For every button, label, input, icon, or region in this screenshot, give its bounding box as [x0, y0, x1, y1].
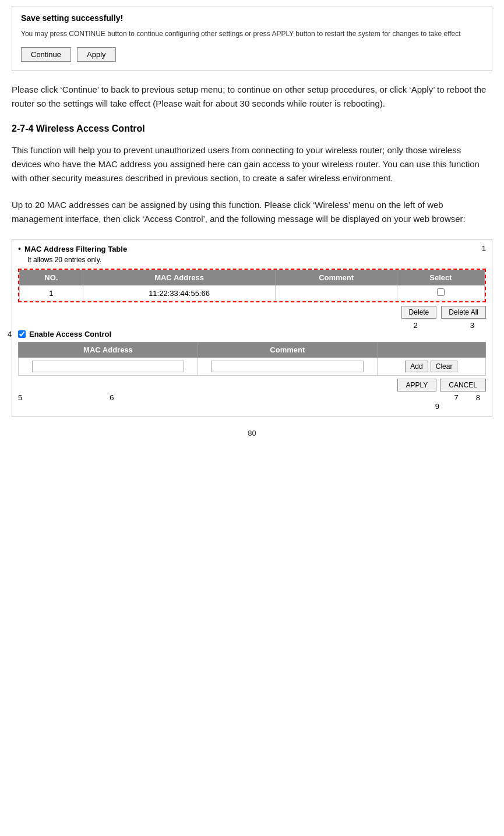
col-no: NO.: [20, 270, 83, 285]
success-description: You may press CONTINUE button to continu…: [21, 29, 483, 39]
row-mac: 11:22:33:44:55:66: [83, 285, 275, 301]
mac-address-input[interactable]: [32, 361, 185, 372]
col-comment: Comment: [276, 270, 397, 285]
delete-buttons-row: Delete Delete All: [18, 306, 486, 319]
comment-input[interactable]: [211, 361, 364, 372]
annotation-4: 4: [8, 330, 12, 338]
filter-table-title-row: • MAC Address Filtering Table: [18, 244, 486, 253]
section-heading: 2-7-4 Wireless Access Control: [12, 124, 492, 134]
add-col-comment: Comment: [198, 343, 377, 358]
apply-cancel-row: APPLY CANCEL: [18, 379, 486, 391]
add-button[interactable]: Add: [405, 361, 428, 372]
apply-button[interactable]: APPLY: [397, 379, 437, 391]
bottom-annotation-row: 5 6 7 8: [18, 393, 486, 402]
mac-data-table: NO. MAC Address Comment Select 1 11:22:3…: [19, 270, 485, 301]
add-action-cell: Add Clear: [377, 358, 485, 376]
enable-access-control-row: Enable Access Control: [18, 330, 486, 338]
main-text-2: This function will help you to prevent u…: [12, 143, 492, 185]
select-checkbox[interactable]: [437, 288, 445, 296]
dashed-table-wrapper: NO. MAC Address Comment Select 1 11:22:3…: [18, 269, 486, 302]
add-comment-cell: [198, 358, 377, 376]
annotation-1: 1: [482, 244, 486, 253]
col-select: Select: [397, 270, 484, 285]
add-table-row: Add Clear: [19, 358, 486, 376]
filter-table-title: MAC Address Filtering Table: [24, 245, 127, 253]
filter-table-area: 1 • MAC Address Filtering Table It allow…: [12, 239, 492, 417]
clear-button[interactable]: Clear: [431, 361, 458, 372]
bullet-icon: •: [18, 244, 21, 253]
success-buttons: Continue Apply: [21, 47, 483, 62]
col-mac: MAC Address: [83, 270, 275, 285]
success-title: Save setting successfully!: [21, 13, 483, 23]
annotation-2: 2: [414, 321, 418, 330]
delete-button[interactable]: Delete: [401, 306, 437, 319]
add-col-action: [377, 343, 485, 358]
annotation-6: 6: [110, 393, 114, 402]
page-number: 80: [12, 429, 492, 438]
annotation-3: 3: [470, 321, 474, 330]
main-text-1: Please click ‘Continue’ to back to previ…: [12, 83, 492, 111]
annotation-7: 7: [454, 393, 459, 402]
add-mac-cell: [19, 358, 198, 376]
table-row: 1 11:22:33:44:55:66: [20, 285, 485, 301]
right-annots: 7 8: [454, 393, 480, 402]
cancel-button[interactable]: CANCEL: [440, 379, 486, 391]
access-control-wrapper: 4 Enable Access Control MAC Address Comm…: [18, 330, 486, 411]
row-no: 1: [20, 285, 83, 301]
apply-top-button[interactable]: Apply: [77, 47, 116, 62]
continue-button[interactable]: Continue: [21, 47, 71, 62]
annotation-9-row: 9: [18, 402, 486, 411]
row-select[interactable]: [397, 285, 484, 301]
annotation-8: 8: [476, 393, 480, 402]
main-text-3: Up to 20 MAC addresses can be assigned b…: [12, 198, 492, 226]
annotation-row-23: 2 3: [18, 321, 486, 330]
row-comment: [276, 285, 397, 301]
delete-all-button[interactable]: Delete All: [441, 306, 486, 319]
annotation-5: 5: [18, 393, 22, 402]
left-annots: 5 6: [18, 393, 114, 402]
add-clear-buttons: Add Clear: [382, 361, 481, 372]
filter-table-subtitle: It allows 20 entries only.: [27, 256, 486, 264]
enable-access-control-checkbox[interactable]: [18, 330, 26, 338]
add-mac-table: MAC Address Comment: [18, 342, 486, 376]
enable-access-control-label: Enable Access Control: [29, 330, 111, 338]
add-col-mac: MAC Address: [19, 343, 198, 358]
success-box: Save setting successfully! You may press…: [12, 6, 492, 71]
annotation-9: 9: [435, 402, 439, 411]
